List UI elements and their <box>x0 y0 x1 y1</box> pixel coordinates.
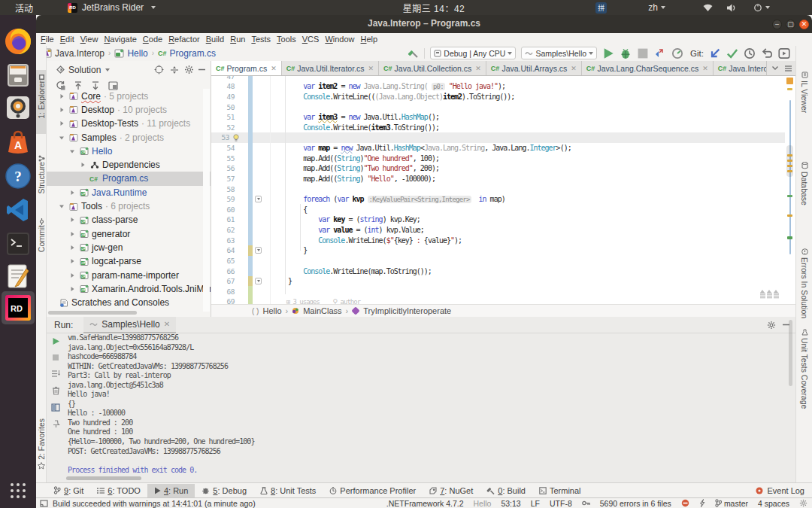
git-update-button[interactable] <box>709 47 721 59</box>
menu-item-vcs[interactable]: VCS <box>299 35 323 44</box>
status-indent[interactable]: 4 spaces <box>758 499 789 508</box>
git-branch-widget[interactable]: master <box>715 499 748 508</box>
tree-item-samples[interactable]: Samples· 2 projects <box>47 130 211 144</box>
tab-close-icon[interactable]: ✕ <box>571 65 577 72</box>
toolwindow-button-0-build[interactable]: 0: Build <box>480 484 532 497</box>
tree-chevron-icon[interactable] <box>69 286 75 292</box>
tree-chevron-icon[interactable] <box>59 107 65 113</box>
tree-item-desktop-tests[interactable]: Desktop-Tests· 11 projects <box>47 117 211 130</box>
minimize-button[interactable]: – <box>772 20 782 29</box>
console-hscrollbar[interactable] <box>66 476 141 480</box>
menu-item-refactor[interactable]: Refactor <box>165 35 203 44</box>
hidden-tabs-chevron-icon[interactable] <box>771 65 779 71</box>
toolwindow-button-6-todo[interactable]: 6: TODO <box>90 484 147 497</box>
menu-item-edit[interactable]: Edit <box>57 35 77 44</box>
menu-item-view[interactable]: View <box>77 35 102 44</box>
status-framework[interactable]: .NETFramework 4.7.2 <box>386 499 464 508</box>
clock[interactable]: 星期三 14：42 <box>403 2 465 14</box>
error-stripe[interactable] <box>785 76 795 304</box>
tree-item-hello[interactable]: c#Hello <box>47 144 211 158</box>
tree-item-dependencies[interactable]: Dependencies <box>47 158 211 172</box>
hide-panel-button[interactable] <box>198 65 206 74</box>
status-caret-position[interactable]: 53:13 <box>501 499 520 508</box>
editor-tab-java-lang-charsequence-cs[interactable]: C#Java.Lang.CharSequence.cs✕ <box>582 61 714 76</box>
tree-chevron-icon[interactable] <box>59 203 65 209</box>
menu-item-code[interactable]: Code <box>140 35 165 44</box>
locate-button[interactable] <box>154 65 164 75</box>
network-icon[interactable] <box>703 4 713 12</box>
hector-inspections-icon[interactable] <box>699 499 705 507</box>
tool-tab-il-viewer[interactable]: IL Viewer <box>796 71 812 113</box>
tab-close-icon[interactable]: ✕ <box>368 65 374 72</box>
tab-close-icon[interactable]: ✕ <box>702 65 708 72</box>
tree-chevron-icon[interactable] <box>59 135 65 141</box>
status-encoding[interactable]: UTF-8 <box>550 499 572 508</box>
clear-console-button[interactable] <box>52 386 60 395</box>
tool-tab-errors-in-solution[interactable]: Errors In Solution <box>796 248 812 318</box>
highlighting-off-icon[interactable] <box>681 499 689 507</box>
tree-chevron-icon[interactable] <box>69 190 75 196</box>
coverage-button[interactable] <box>654 48 666 58</box>
inspections-status-icon[interactable] <box>786 78 793 84</box>
editor-tab-java-util-arrays-cs[interactable]: C#Java.Util.Arrays.cs✕ <box>486 61 582 76</box>
app-menu[interactable]: RD JetBrains Rider <box>68 2 156 13</box>
status-message[interactable]: Build succeeded with warnings at 14:41:0… <box>53 499 256 508</box>
volume-icon[interactable] <box>727 4 737 12</box>
maximize-button[interactable]: ▢ <box>786 20 795 29</box>
readonly-key-icon[interactable] <box>582 500 590 506</box>
build-configuration-select[interactable]: Debug | Any CPU <box>430 47 516 59</box>
explorer-hscrollbar[interactable] <box>48 311 137 315</box>
tree-chevron-icon[interactable] <box>69 245 75 251</box>
run-tab-close-icon[interactable]: ✕ <box>164 320 170 328</box>
pin-tab-icon[interactable] <box>52 420 60 428</box>
run-button[interactable] <box>602 47 614 59</box>
collapse-expand-button[interactable] <box>170 65 179 75</box>
tool-tab-unit-tests-coverage[interactable]: Unit Tests Coverage <box>796 329 812 409</box>
menu-item-run[interactable]: Run <box>227 35 248 44</box>
tree-item-scratches-and-consoles[interactable]: Scratches and Consoles <box>47 296 211 309</box>
menu-item-tests[interactable]: Tests <box>248 35 274 44</box>
dock-rhythmbox-icon[interactable] <box>5 95 31 120</box>
editor-tab-program-cs[interactable]: C#Program.cs✕ <box>211 61 282 76</box>
git-commit-button[interactable] <box>726 47 738 59</box>
tool-tab-explorer[interactable]: 1: Explorer <box>36 70 47 134</box>
split-console-icon[interactable] <box>51 403 60 412</box>
menu-item-build[interactable]: Build <box>203 35 227 44</box>
language-indicator[interactable]: zh <box>648 2 665 13</box>
menu-item-window[interactable]: Window <box>322 35 357 44</box>
tree-chevron-icon[interactable] <box>69 217 75 223</box>
dock-show-applications-icon[interactable] <box>10 482 26 499</box>
toolwindow-button-8-unit-tests[interactable]: 8: Unit Tests <box>253 484 323 497</box>
tab-close-icon[interactable]: ✕ <box>271 65 277 72</box>
menu-item-navigate[interactable]: Navigate <box>101 35 139 44</box>
tool-tab-commit[interactable]: Commit <box>36 215 47 263</box>
breadcrumb-class[interactable]: MainClass <box>303 306 341 315</box>
window-title-bar[interactable]: Java.Interop – Program.cs – ▢ ✕ <box>36 15 812 33</box>
dock-help-icon[interactable]: ? <box>5 163 32 190</box>
tab-close-icon[interactable]: ✕ <box>475 65 481 72</box>
crumb-project[interactable]: Hello <box>127 48 147 59</box>
dock-ubuntu-software-icon[interactable]: A <box>5 129 31 155</box>
input-method-icon[interactable]: 拼 <box>595 2 607 14</box>
event-log-button[interactable]: Event Log <box>756 486 804 495</box>
tool-tab-structure[interactable]: Structure <box>36 152 47 202</box>
menu-item-file[interactable]: File <box>38 35 57 44</box>
breadcrumb-namespace[interactable]: Hello <box>262 306 281 315</box>
tree-chevron-icon[interactable] <box>69 231 75 237</box>
tree-chevron-icon[interactable] <box>80 162 86 168</box>
build-hammer-icon[interactable] <box>408 47 419 59</box>
tool-tab-favorites[interactable]: 2: Favorites <box>36 418 47 483</box>
tabs-list-icon[interactable] <box>784 65 792 72</box>
dock-terminal-icon[interactable] <box>5 231 31 257</box>
tool-tab-database[interactable]: Database <box>796 162 812 205</box>
tree-item-java-runtime[interactable]: c#Java.Runtime <box>47 186 211 199</box>
tree-chevron-icon[interactable] <box>59 93 65 99</box>
rerun-button[interactable] <box>52 337 60 345</box>
dock-rider-icon[interactable]: RD <box>5 294 32 321</box>
activities-button[interactable]: 活动 <box>15 2 33 14</box>
tree-chevron-icon[interactable] <box>59 120 65 126</box>
dock-firefox-icon[interactable] <box>4 27 32 56</box>
rollback-button[interactable] <box>761 47 773 59</box>
fold-marker-icon[interactable] <box>255 278 262 284</box>
status-project[interactable]: Hello <box>474 499 492 508</box>
